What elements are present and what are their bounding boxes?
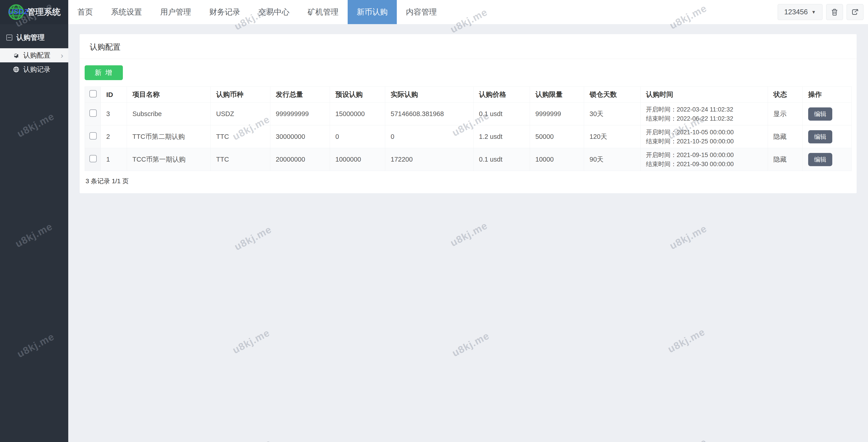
cell-limit: 50000 [530, 125, 584, 148]
table-header-cell: 状态 [768, 87, 803, 102]
app-logo: USDZ 管理系统 [0, 0, 68, 24]
time-start: 开启时间：2022-03-24 11:02:32 [646, 105, 768, 114]
row-select-cell [85, 102, 101, 125]
logo-brand-text: USDZ [8, 8, 28, 16]
row-checkbox[interactable] [89, 110, 97, 117]
chevron-right-icon: › [61, 52, 63, 59]
cell-limit: 10000 [530, 148, 584, 171]
nav-tab-system-settings[interactable]: 系统设置 [102, 0, 151, 24]
nav-tab-new-coin-subscription[interactable]: 新币认购 [348, 0, 397, 24]
subscription-table: ID项目名称认购币种发行总量预设认购实际认购认购价格认购限量锁仓天数认购时间状态… [85, 87, 851, 171]
table-header-cell: 锁仓天数 [584, 87, 641, 102]
cell-lock-days: 120天 [584, 125, 641, 148]
table-header-cell: 项目名称 [127, 87, 211, 102]
cell-lock-days: 30天 [584, 102, 641, 125]
cell-subscription-time: 开启时间：2021-09-15 00:00:00 结束时间：2021-09-30… [641, 148, 768, 171]
time-end: 结束时间：2021-10-25 00:00:00 [646, 137, 768, 146]
table-row: 3 Subscribe USDZ 999999999 15000000 5714… [85, 102, 851, 125]
app-title: 管理系统 [27, 6, 61, 18]
cell-actual-subscription: 57146608.381968 [385, 102, 473, 125]
card-body: 新 增 ID项目名称认购币种发行总量预设认购实际认购认购价格认购限量锁仓天数认购… [80, 59, 857, 193]
sidebar-section-title: 认购管理 [17, 33, 44, 42]
user-dropdown-label: 123456 [784, 8, 808, 16]
topbar-actions: 123456 ▼ [778, 0, 868, 24]
nav-tab-trade-center[interactable]: 交易中心 [249, 0, 299, 24]
edit-button[interactable]: 编辑 [808, 130, 832, 143]
trash-icon [831, 8, 839, 16]
globe-icon [13, 66, 20, 73]
select-all-checkbox[interactable] [89, 90, 97, 97]
cell-id: 2 [101, 125, 127, 148]
export-icon [851, 8, 859, 16]
add-button[interactable]: 新 增 [85, 65, 123, 80]
row-checkbox[interactable] [89, 132, 97, 140]
cell-id: 1 [101, 148, 127, 171]
table-header-cell: 预设认购 [330, 87, 385, 102]
select-all-cell [85, 87, 101, 102]
table-header-cell: 发行总量 [270, 87, 330, 102]
cell-status: 隐藏 [768, 148, 803, 171]
row-checkbox[interactable] [89, 155, 97, 162]
time-start: 开启时间：2021-09-15 00:00:00 [646, 150, 768, 159]
cell-lock-days: 90天 [584, 148, 641, 171]
cell-project-name: TCC币第一期认购 [127, 148, 211, 171]
table-header-cell: 认购时间 [641, 87, 768, 102]
cell-total-issuance: 30000000 [270, 125, 330, 148]
logout-button[interactable] [847, 4, 863, 20]
table-body: 3 Subscribe USDZ 999999999 15000000 5714… [85, 102, 851, 171]
pagination-summary: 3 条记录 1/1 页 [85, 171, 851, 185]
cell-preset-subscription: 0 [330, 125, 385, 148]
time-end: 结束时间：2022-06-22 11:02:32 [646, 114, 768, 123]
cell-subscription-time: 开启时间：2021-10-05 00:00:00 结束时间：2021-10-25… [641, 125, 768, 148]
sidebar-item-subscription-records[interactable]: 认购记录 [0, 62, 68, 77]
main-content: 认购配置 新 增 ID项目名称认购币种发行总量预设认购实际认购认购价格认购 [68, 24, 868, 442]
topbar-spacer [446, 0, 778, 24]
sidebar-item-label: 认购配置 [23, 51, 51, 60]
table-header-cell: 认购价格 [473, 87, 530, 102]
cell-price: 0.1 usdt [473, 102, 530, 125]
cell-limit: 9999999 [530, 102, 584, 125]
table-header-row: ID项目名称认购币种发行总量预设认购实际认购认购价格认购限量锁仓天数认购时间状态… [85, 87, 851, 102]
main-nav: 首页 系统设置 用户管理 财务记录 交易中心 矿机管理 新币认购 内容管理 [68, 0, 446, 24]
cell-total-issuance: 999999999 [270, 102, 330, 125]
cell-status: 隐藏 [768, 125, 803, 148]
nav-tab-miner-management[interactable]: 矿机管理 [299, 0, 348, 24]
page-title: 认购配置 [80, 34, 857, 59]
cell-preset-subscription: 15000000 [330, 102, 385, 125]
nav-tab-user-management[interactable]: 用户管理 [151, 0, 200, 24]
cell-actual-subscription: 0 [385, 125, 473, 148]
sidebar-item-subscription-config[interactable]: 认购配置 › [0, 48, 68, 62]
cell-action: 编辑 [803, 148, 851, 171]
nav-tab-content-management[interactable]: 内容管理 [397, 0, 446, 24]
nav-tab-home[interactable]: 首页 [68, 0, 102, 24]
cell-id: 3 [101, 102, 127, 125]
cell-action: 编辑 [803, 102, 851, 125]
cell-actual-subscription: 172200 [385, 148, 473, 171]
user-dropdown[interactable]: 123456 ▼ [778, 4, 823, 20]
nav-tab-finance-records[interactable]: 财务记录 [200, 0, 249, 24]
cell-preset-subscription: 1000000 [330, 148, 385, 171]
time-start: 开启时间：2021-10-05 00:00:00 [646, 128, 768, 137]
edit-button[interactable]: 编辑 [808, 108, 832, 121]
cell-subscription-time: 开启时间：2022-03-24 11:02:32 结束时间：2022-06-22… [641, 102, 768, 125]
table-header-cell: 认购限量 [530, 87, 584, 102]
top-navbar: USDZ 管理系统 首页 系统设置 用户管理 财务记录 交易中心 矿机管理 新币… [0, 0, 868, 24]
row-select-cell [85, 148, 101, 171]
cell-status: 显示 [768, 102, 803, 125]
sidebar-item-label: 认购记录 [23, 65, 51, 74]
table-row: 2 TTC币第二期认购 TTC 30000000 0 0 1.2 usdt 50… [85, 125, 851, 148]
sidebar-section-subscription-management[interactable]: 认购管理 [0, 24, 68, 48]
cell-coin: TTC [211, 148, 270, 171]
caret-down-icon: ▼ [811, 9, 816, 15]
edit-button[interactable]: 编辑 [808, 153, 832, 166]
cell-coin: USDZ [211, 102, 270, 125]
table-row: 1 TCC币第一期认购 TTC 20000000 1000000 172200 … [85, 148, 851, 171]
clear-cache-button[interactable] [826, 4, 843, 20]
cell-action: 编辑 [803, 125, 851, 148]
subscription-config-card: 认购配置 新 增 ID项目名称认购币种发行总量预设认购实际认购认购价格认购 [80, 34, 857, 193]
row-select-cell [85, 125, 101, 148]
cell-total-issuance: 20000000 [270, 148, 330, 171]
time-end: 结束时间：2021-09-30 00:00:00 [646, 159, 768, 169]
gear-icon [13, 52, 20, 59]
table-header-cell: 操作 [803, 87, 851, 102]
